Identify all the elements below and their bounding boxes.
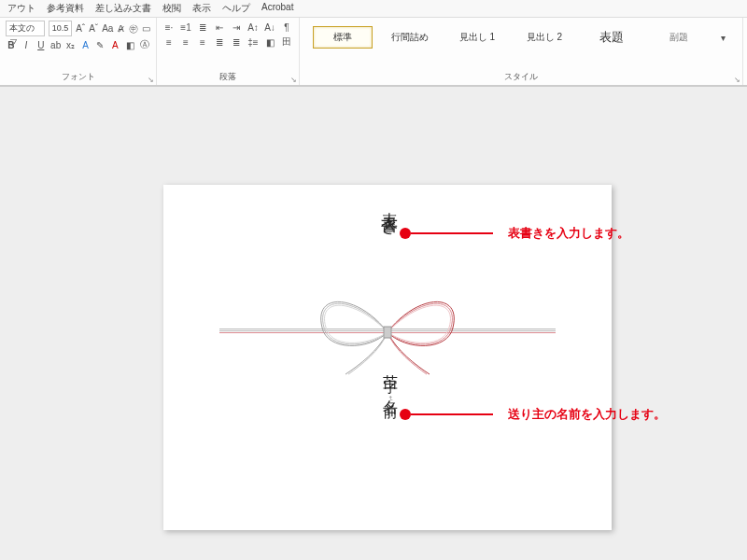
subsup-icon[interactable]: x₂ xyxy=(65,38,77,51)
annotation-line-2 xyxy=(411,413,493,415)
increase-font-icon[interactable]: Aˆ xyxy=(76,22,85,35)
font-size-select[interactable]: 10.5 xyxy=(49,21,73,36)
annotation-label-2: 送り主の名前を入力します。 xyxy=(508,406,666,423)
group-font-label: フォント xyxy=(6,69,150,83)
annotation-dot-2 xyxy=(400,409,411,420)
texteffects-icon[interactable]: A xyxy=(80,38,92,51)
tab-mailings[interactable]: 差し込み文書 xyxy=(93,2,153,15)
numbering-icon[interactable]: ≡1 xyxy=(179,21,192,34)
title-text[interactable]: 表書き↵ xyxy=(378,199,401,239)
group-paragraph-label: 段落 xyxy=(162,69,293,83)
italic-icon[interactable]: I xyxy=(21,38,32,51)
svg-rect-0 xyxy=(384,327,391,338)
bullets-icon[interactable]: ≡· xyxy=(162,21,176,34)
char-shade-icon[interactable]: ◧ xyxy=(124,38,135,51)
indent-dec-icon[interactable]: ⇤ xyxy=(213,21,226,34)
indent-inc-icon[interactable]: ⇥ xyxy=(230,21,243,34)
style-nospacing[interactable]: 行間詰め xyxy=(380,26,440,49)
tab-references[interactable]: 参考資料 xyxy=(45,2,86,15)
style-heading1[interactable]: 見出し 1 xyxy=(447,26,507,49)
text-direction-icon[interactable]: A↕ xyxy=(247,21,260,34)
cr-mark-icon: ↵ xyxy=(386,230,393,239)
annotation-line-1 xyxy=(411,232,493,234)
annotation-label-1: 表書きを入力します。 xyxy=(508,225,629,242)
name-text[interactable]: 苗字 名前↵ xyxy=(380,362,400,405)
align-justify-icon[interactable]: ≣ xyxy=(213,35,226,49)
multilevel-icon[interactable]: ≣ xyxy=(196,21,209,34)
enclose-char-icon[interactable]: ㊥ xyxy=(129,22,138,35)
tab-review[interactable]: 校閲 xyxy=(161,2,183,15)
tab-layout[interactable]: アウト xyxy=(6,2,37,15)
distributed-icon[interactable]: ≣ xyxy=(230,35,243,49)
clear-format-icon[interactable]: A̷ xyxy=(117,22,125,35)
line-spacing-icon[interactable]: ‡≡ xyxy=(247,35,260,49)
align-center-icon[interactable]: ≡ xyxy=(179,35,192,49)
char-border-icon[interactable]: ▭ xyxy=(142,22,150,35)
group-styles: 標準 行間詰め 見出し 1 見出し 2 表題 副題 ▾ スタイル xyxy=(300,18,743,85)
ribbon: アウト 参考資料 差し込み文書 校閲 表示 ヘルプ Acrobat 本文のフ 1… xyxy=(0,0,747,87)
style-subtitle[interactable]: 副題 xyxy=(649,26,709,49)
phonetic-guide-icon[interactable]: Aa xyxy=(102,22,113,35)
group-editing: 🔍検索 ↔置換 ▭選択 編集 xyxy=(743,18,747,85)
shading-icon[interactable]: ◧ xyxy=(263,35,276,49)
ribbon-body: 本文のフ 10.5 Aˆ Aˇ Aa A̷ ㊥ ▭ B I U ab x₂ A … xyxy=(0,17,747,85)
annotation-dot-1 xyxy=(400,228,411,239)
font-color-icon[interactable]: A xyxy=(109,38,120,51)
sort-icon[interactable]: A↓ xyxy=(263,21,276,34)
group-font: 本文のフ 10.5 Aˆ Aˇ Aa A̷ ㊥ ▭ B I U ab x₂ A … xyxy=(0,18,157,85)
bold-icon[interactable]: B xyxy=(6,38,17,51)
tab-help[interactable]: ヘルプ xyxy=(220,2,252,15)
title-text-value: 表書き xyxy=(380,199,399,230)
align-left-icon[interactable]: ≡ xyxy=(162,35,176,49)
decrease-font-icon[interactable]: Aˇ xyxy=(89,22,98,35)
font-name-select[interactable]: 本文のフ xyxy=(6,21,45,36)
borders-icon[interactable]: 田 xyxy=(280,35,293,49)
group-styles-label: スタイル xyxy=(305,69,737,83)
style-title[interactable]: 表題 xyxy=(582,24,641,50)
underline-icon[interactable]: U xyxy=(35,38,47,51)
cr-mark-icon: ↵ xyxy=(387,396,394,405)
group-paragraph: ≡· ≡1 ≣ ⇤ ⇥ A↕ A↓ ¶ ≡ ≡ ≡ ≣ ≣ ‡≡ ◧ xyxy=(157,18,300,85)
strike-icon[interactable]: ab xyxy=(50,38,62,51)
document-workspace: 表書き↵ xyxy=(0,87,747,560)
style-heading2[interactable]: 見出し 2 xyxy=(514,26,574,49)
style-normal[interactable]: 標準 xyxy=(313,26,373,49)
enclose-icon[interactable]: Ⓐ xyxy=(139,38,150,51)
highlight-icon[interactable]: ✎ xyxy=(94,38,106,51)
showmarks-icon[interactable]: ¶ xyxy=(280,21,293,34)
tab-acrobat[interactable]: Acrobat xyxy=(260,2,295,15)
ribbon-tabs: アウト 参考資料 差し込み文書 校閲 表示 ヘルプ Acrobat xyxy=(0,0,747,17)
tab-view[interactable]: 表示 xyxy=(190,2,213,15)
align-right-icon[interactable]: ≡ xyxy=(196,35,209,49)
name-text-value: 苗字 名前 xyxy=(383,362,399,396)
styles-more-icon[interactable]: ▾ xyxy=(716,31,729,44)
